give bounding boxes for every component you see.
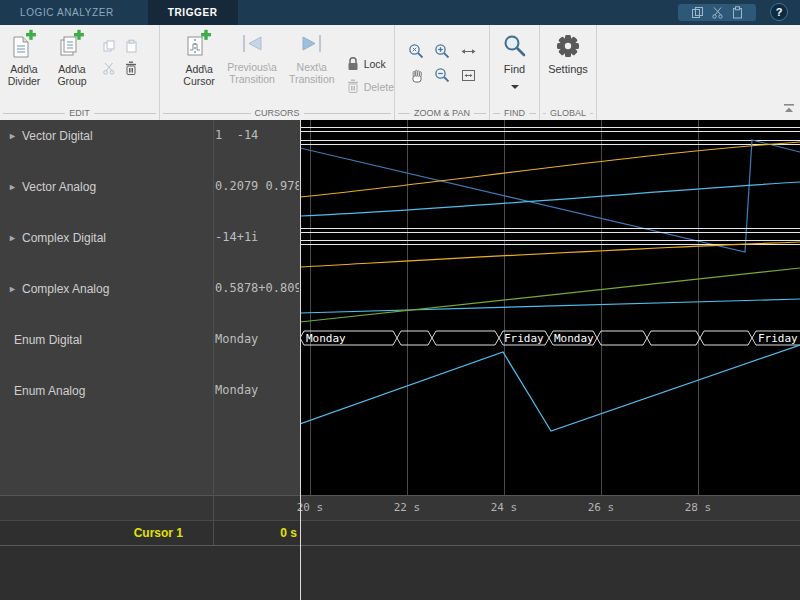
button-label: Find xyxy=(490,63,539,75)
collapse-toolstrip-button[interactable] xyxy=(783,99,795,117)
gear-icon xyxy=(555,45,581,62)
lock-cursor-button[interactable]: Lock xyxy=(346,55,394,73)
cursor-name: Cursor 1 xyxy=(0,526,183,540)
channel-row-enum-digital[interactable]: Enum Digital xyxy=(8,332,82,348)
svg-text:Monday: Monday xyxy=(306,332,346,345)
expander-icon[interactable]: ► xyxy=(8,284,18,294)
waveform-area: ►Vector Digital ►Vector Analog ►Complex … xyxy=(0,120,800,495)
edit-section: Add\aDivider Add\aGroup EDIT xyxy=(0,25,160,120)
svg-text:Friday: Friday xyxy=(758,332,798,345)
plot-left-edge[interactable] xyxy=(300,120,301,600)
fit-view-button[interactable] xyxy=(455,63,481,87)
add-cursor-icon xyxy=(186,29,212,61)
add-cursor-button[interactable]: Add\aCursor xyxy=(176,29,222,87)
trash-icon xyxy=(346,78,360,96)
time-tick-label: 28 s xyxy=(678,501,718,514)
zoom-pan-section-label: ZOOM & PAN xyxy=(398,108,486,118)
settings-button[interactable]: Settings xyxy=(540,25,596,75)
channel-row-enum-analog[interactable]: Enum Analog xyxy=(8,383,85,399)
button-label: Next\aTransition xyxy=(282,61,342,85)
channel-name: Vector Digital xyxy=(22,129,93,143)
button-label: Previous\aTransition xyxy=(222,61,282,85)
trace-complex-analog-1 xyxy=(300,242,800,267)
clipboard-icon[interactable] xyxy=(731,6,744,19)
delete-cursor-button[interactable]: Delete xyxy=(346,78,394,96)
channel-value: Monday xyxy=(215,383,299,399)
zoom-out-button[interactable] xyxy=(429,63,455,87)
chevron-down-icon xyxy=(511,85,519,89)
bottom-panel xyxy=(0,545,800,600)
next-transition-icon xyxy=(297,29,327,61)
trace-ramp-blue xyxy=(300,140,800,252)
lock-icon xyxy=(346,55,360,73)
cursors-section: Add\aCursor Previous\aTransition Next\aT… xyxy=(160,25,395,120)
time-tick-label: 26 s xyxy=(581,501,621,514)
expander-icon[interactable]: ► xyxy=(8,233,18,243)
cursor-value: 0 s xyxy=(213,526,297,540)
time-tick-label: 20 s xyxy=(290,501,330,514)
channel-row-vector-digital[interactable]: ►Vector Digital xyxy=(8,128,93,144)
channel-name: Enum Digital xyxy=(14,333,82,347)
channel-value: 0.5878+0.8090 xyxy=(215,281,299,297)
trace-vector-analog-2 xyxy=(300,182,800,216)
channel-name: Complex Digital xyxy=(22,231,106,245)
next-transition-button[interactable]: Next\aTransition xyxy=(282,29,342,85)
zoom-x-button[interactable] xyxy=(403,39,429,63)
zoom-pan-section: ZOOM & PAN xyxy=(395,25,490,120)
channel-name: Vector Analog xyxy=(22,180,96,194)
global-section-label: GLOBAL xyxy=(543,108,593,118)
button-label: Add\aDivider xyxy=(0,63,48,87)
zoom-in-button[interactable] xyxy=(429,39,455,63)
toolstrip: Add\aDivider Add\aGroup EDIT xyxy=(0,25,800,120)
previous-transition-button[interactable]: Previous\aTransition xyxy=(222,29,282,85)
expander-icon[interactable]: ► xyxy=(8,131,18,141)
trace-complex-analog-2 xyxy=(300,299,800,313)
waveform-plot[interactable]: Monday Friday Monday Friday xyxy=(300,120,800,495)
add-divider-button[interactable]: Add\aDivider xyxy=(0,29,48,87)
find-icon xyxy=(502,45,528,62)
add-group-button[interactable]: Add\aGroup xyxy=(48,29,96,87)
paste-button[interactable] xyxy=(120,35,142,57)
copy-button[interactable] xyxy=(98,35,120,57)
button-label: Add\aGroup xyxy=(48,63,96,87)
button-label: Add\aCursor xyxy=(176,63,222,87)
logic-analyzer-window: LOGIC ANALYZER TRIGGER ? Add\aDivider xyxy=(0,0,800,600)
span-x-button[interactable] xyxy=(455,39,481,63)
plot-canvas[interactable]: Monday Friday Monday Friday xyxy=(300,120,800,495)
tab-logic-analyzer[interactable]: LOGIC ANALYZER xyxy=(4,0,130,25)
trace-enum-digital xyxy=(300,331,800,345)
delete-button[interactable] xyxy=(120,57,142,79)
channel-row-complex-analog[interactable]: ►Complex Analog xyxy=(8,281,109,297)
channel-row-vector-analog[interactable]: ►Vector Analog xyxy=(8,179,96,195)
button-label: Lock xyxy=(364,58,386,70)
channel-name: Complex Analog xyxy=(22,282,109,296)
add-group-icon xyxy=(59,29,85,61)
help-button[interactable]: ? xyxy=(770,3,788,21)
svg-text:Friday: Friday xyxy=(504,332,544,345)
channel-name: Enum Analog xyxy=(14,384,85,398)
find-button[interactable]: Find xyxy=(490,25,539,93)
channel-row-complex-digital[interactable]: ►Complex Digital xyxy=(8,230,106,246)
name-value-divider xyxy=(213,120,214,545)
find-section: Find FIND xyxy=(490,25,540,120)
previous-transition-icon xyxy=(237,29,267,61)
global-section: Settings GLOBAL xyxy=(540,25,597,120)
cursor-row: Cursor 1 0 s xyxy=(0,520,800,545)
channel-value: 0.2079 0.9781 xyxy=(215,179,299,195)
channel-value: Monday xyxy=(215,332,299,348)
trace-enum-analog xyxy=(300,345,800,431)
add-divider-icon xyxy=(11,29,37,61)
cut-icon[interactable] xyxy=(711,6,724,19)
find-section-label: FIND xyxy=(493,108,536,118)
channel-value: 1 -14 xyxy=(215,128,299,144)
time-tick-label: 22 s xyxy=(387,501,427,514)
quick-access-toolbar xyxy=(678,4,756,21)
titlebar: LOGIC ANALYZER TRIGGER ? xyxy=(0,0,800,26)
trace-vector-analog-1 xyxy=(300,142,800,197)
pan-button[interactable] xyxy=(403,63,429,87)
trace-complex-analog-3 xyxy=(300,268,800,322)
expander-icon[interactable]: ► xyxy=(8,182,18,192)
copy-icon[interactable] xyxy=(691,6,704,19)
tab-trigger[interactable]: TRIGGER xyxy=(148,0,238,25)
cut-button[interactable] xyxy=(98,57,120,79)
